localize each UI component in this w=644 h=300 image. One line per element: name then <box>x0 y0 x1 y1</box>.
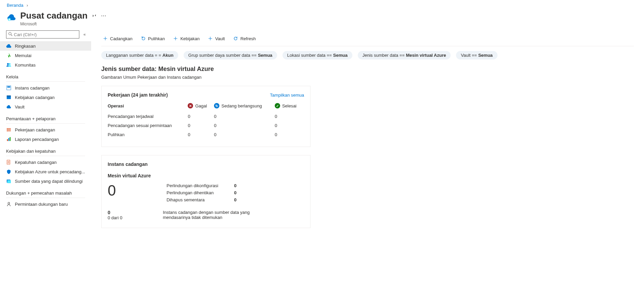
svg-rect-14 <box>10 137 11 141</box>
filter-resource-group[interactable]: Grup sumber daya sumber data == Semua <box>184 51 277 59</box>
instance-icon <box>6 85 11 91</box>
pin-icon <box>91 13 96 19</box>
sidebar-item-komunitas[interactable]: Komunitas <box>0 60 91 70</box>
jobs-card-title: Pekerjaan (24 jam terakhir) <box>108 92 168 98</box>
button-label: Refresh <box>240 36 256 41</box>
done-icon: ✓ <box>275 103 280 108</box>
page-header: Pusat cadangan ⋯ Microsoft <box>0 9 644 30</box>
sidebar-item-kebijakan-cadangan[interactable]: Kebijakan cadangan <box>0 93 91 102</box>
svg-point-3 <box>7 63 9 65</box>
sidebar-item-kebijakan-azure[interactable]: Kebijakan Azure untuk pencadang... <box>0 167 91 176</box>
policy-icon <box>6 95 11 100</box>
cell-done: 0 <box>275 112 304 121</box>
filter-value: Semua <box>478 53 493 58</box>
azure-policy-icon <box>6 169 11 174</box>
svg-point-11 <box>7 131 8 131</box>
sidebar-item-permintaan-dukungan[interactable]: Permintaan dukungan baru <box>0 199 91 209</box>
breadcrumb-home[interactable]: Beranda <box>7 3 23 8</box>
svg-point-18 <box>8 202 9 204</box>
svg-rect-8 <box>7 96 11 97</box>
col-failed: ✕Gagal <box>188 101 214 112</box>
backup-button[interactable]: Cadangkan <box>101 35 134 42</box>
jobs-table: Operasi ✕Gagal ↻Sedang berlangsung ✓Sele… <box>108 101 304 139</box>
main-content: Cadangkan Pulihkan Kebijakan Vault Refre… <box>91 30 644 246</box>
sidebar-item-sumber-data-dilindungi[interactable]: Sumber data yang dapat dilindungi <box>0 176 91 186</box>
instances-card: Instans cadangan Mesin virtual Azure 0 P… <box>101 155 311 228</box>
support-icon <box>6 201 11 207</box>
plus-icon <box>103 36 108 41</box>
refresh-button[interactable]: Refresh <box>232 35 257 42</box>
more-button[interactable]: ⋯ <box>100 12 107 20</box>
sidebar-item-instans-cadangan[interactable]: Instans cadangan <box>0 83 91 93</box>
sidebar-item-laporan-pencadangan[interactable]: Laporan pencadangan <box>0 134 91 144</box>
community-icon <box>6 62 11 68</box>
filter-subscription[interactable]: Langganan sumber data = = Akun <box>101 51 178 59</box>
svg-rect-12 <box>7 139 8 141</box>
compliance-icon <box>6 159 11 165</box>
cell-operation: Pencadangan terjadwal <box>108 112 188 121</box>
filter-location[interactable]: Lokasi sumber data == Semua <box>283 51 352 59</box>
section-header-dukungan: Dukungan + pemecahan masalah <box>0 186 91 198</box>
sidebar-item-label: Ringkasan <box>15 44 35 49</box>
sidebar-item-label: Kebijakan cadangan <box>15 95 55 100</box>
cell-operation: Pulihkan <box>108 130 188 139</box>
divider <box>6 81 85 82</box>
undo-icon <box>141 36 146 41</box>
svg-line-2 <box>11 34 12 36</box>
row-label: Perlindungan dikonfigurasi <box>166 183 234 188</box>
filter-datasource-type[interactable]: Jenis sumber data == Mesin virtual Azure <box>358 51 451 59</box>
sidebar-item-label: Memulai <box>15 53 31 58</box>
failed-icon: ✕ <box>188 103 193 108</box>
sidebar: « Ringkasan Memulai Komunitas Kelola Ins… <box>0 30 91 246</box>
search-input[interactable] <box>14 32 77 37</box>
collapse-sidebar-button[interactable]: « <box>82 31 87 38</box>
col-done-label: Selesai <box>282 103 297 108</box>
sidebar-item-pekerjaan-cadangan[interactable]: Pekerjaan cadangan <box>0 125 91 134</box>
restore-button[interactable]: Pulihkan <box>139 35 166 42</box>
button-label: Cadangkan <box>110 36 133 41</box>
search-box[interactable] <box>6 30 79 39</box>
inprogress-icon: ↻ <box>214 103 219 108</box>
sidebar-item-label: Vault <box>15 104 25 109</box>
svg-point-9 <box>7 128 8 129</box>
filter-label: Jenis sumber data == <box>363 53 405 58</box>
sidebar-item-label: Laporan pencadangan <box>15 137 59 142</box>
divider <box>6 198 85 198</box>
sidebar-item-label: Permintaan dukungan baru <box>15 202 68 207</box>
button-label: Kebijakan <box>180 36 199 41</box>
datasource-heading: Jenis sumber data: Mesin virtual Azure <box>101 66 644 75</box>
svg-point-1 <box>9 32 11 35</box>
filter-value: Akun <box>162 53 173 58</box>
datasource-subheading: Gambaran Umum Pekerjaan dan Instans cada… <box>101 75 644 86</box>
col-inprogress-label: Sedang berlangsung <box>221 103 262 108</box>
svg-point-4 <box>9 63 10 65</box>
col-failed-label: Gagal <box>195 103 207 108</box>
filter-label: Vault == <box>461 53 477 58</box>
pin-button[interactable] <box>91 12 97 20</box>
protectable-icon <box>6 178 11 184</box>
sidebar-item-vault[interactable]: Vault <box>0 102 91 111</box>
filter-vault[interactable]: Vault == Semua <box>456 51 497 59</box>
svg-rect-17 <box>7 180 11 183</box>
vault-button[interactable]: Vault <box>206 35 226 42</box>
show-all-link[interactable]: Tampilkan semua <box>270 93 304 98</box>
sidebar-item-label: Komunitas <box>15 62 35 68</box>
sidebar-item-label: Kepatuhan cadangan <box>15 160 57 165</box>
section-header-kelola: Kelola <box>0 70 91 81</box>
col-operation: Operasi <box>108 101 188 112</box>
filter-value: Semua <box>333 53 348 58</box>
sidebar-item-memulai[interactable]: Memulai <box>0 51 91 60</box>
svg-rect-6 <box>7 86 10 88</box>
row-value: 0 <box>234 183 247 188</box>
policy-button[interactable]: Kebijakan <box>171 35 201 42</box>
row-label: Perlindungan dihentikan <box>166 190 234 195</box>
cell-inprogress: 0 <box>214 112 275 121</box>
cell-failed: 0 <box>188 130 214 139</box>
divider <box>6 156 85 156</box>
filter-value: Semua <box>258 53 272 58</box>
overview-icon <box>6 43 11 49</box>
sidebar-item-label: Pekerjaan cadangan <box>15 127 55 132</box>
table-row: Pencadangan terjadwal 0 0 0 <box>108 112 304 121</box>
sidebar-item-ringkasan[interactable]: Ringkasan <box>0 41 91 51</box>
sidebar-item-kepatuhan-cadangan[interactable]: Kepatuhan cadangan <box>0 157 91 167</box>
